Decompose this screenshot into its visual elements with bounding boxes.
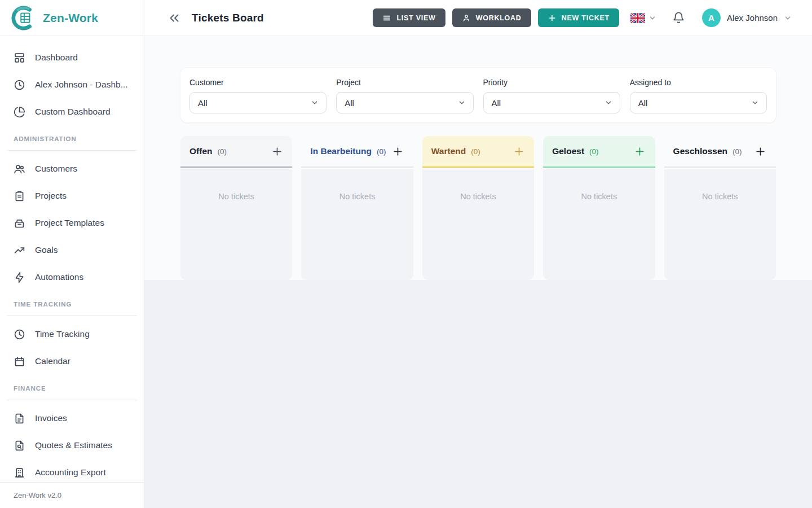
sidebar-item-calendar[interactable]: Calendar [7,348,137,375]
zap-icon [14,271,25,283]
sidebar-item-label: Alex Johnson - Dashb... [35,80,128,90]
sidebar: Zen-Work Dashboard Alex Johnson - Dashb.… [0,0,144,508]
column-body: No tickets [543,169,655,280]
sidebar-item-time-tracking[interactable]: Time Tracking [7,321,137,348]
workload-button[interactable]: WORKLOAD [452,8,531,27]
sidebar-item-goals[interactable]: Goals [7,237,137,264]
empty-state-text: No tickets [301,169,413,201]
chevron-down-icon [784,14,792,22]
sidebar-item-automations[interactable]: Automations [7,264,137,291]
list-view-label: LIST VIEW [396,14,435,22]
filter-bar: Customer All Project All Priority [180,68,776,122]
clipboard-icon [14,190,25,202]
sidebar-item-label: Automations [35,272,83,282]
main-area: Tickets Board LIST VIEW WORKLOAD NEW TIC… [144,0,812,508]
filter-priority: Priority All [483,78,620,113]
new-ticket-label: NEW TICKET [562,14,610,22]
person-icon [462,14,471,23]
sidebar-item-dashboard[interactable]: Dashboard [7,44,137,71]
column-title: Geloest [552,146,584,156]
uk-flag-icon [630,13,645,23]
chevron-down-icon [648,14,656,22]
user-name: Alex Johnson [727,13,778,23]
sidebar-item-label: Projects [35,191,67,201]
column-header: Geschlossen (0) [664,136,776,168]
filter-assigned-to: Assigned to All [630,78,767,113]
sidebar-collapse-button[interactable] [167,11,182,25]
sidebar-item-customers[interactable]: Customers [7,155,137,182]
avatar: A [702,8,721,27]
user-menu[interactable]: A Alex Johnson [702,8,792,27]
filter-label: Assigned to [630,78,767,87]
project-select-value: All [345,98,354,108]
add-ticket-button[interactable] [392,145,404,157]
app-title: Zen-Work [43,11,98,25]
filter-label: Priority [483,78,620,87]
add-ticket-button[interactable] [271,145,283,157]
clock-icon [14,329,25,340]
topbar: Tickets Board LIST VIEW WORKLOAD NEW TIC… [144,0,812,36]
column-body: No tickets [664,169,776,280]
logo[interactable]: Zen-Work [0,0,144,36]
assigned-to-select[interactable]: All [630,92,767,113]
priority-select-value: All [492,98,501,108]
sidebar-item-label: Time Tracking [35,329,90,339]
sidebar-item-alex-dashboard[interactable]: Alex Johnson - Dashb... [7,71,137,98]
empty-state-text: No tickets [422,169,534,201]
plus-icon [272,146,283,157]
topbar-actions: LIST VIEW WORKLOAD NEW TICKET [373,8,619,27]
list-view-button[interactable]: LIST VIEW [373,8,445,27]
sidebar-item-label: Goals [35,245,58,255]
sidebar-item-project-templates[interactable]: Project Templates [7,209,137,237]
notifications-bell-icon[interactable] [672,11,685,24]
filter-label: Project [336,78,473,87]
sidebar-item-label: Project Templates [35,218,104,228]
column-title: Wartend [431,146,466,156]
column-offen: Offen (0) No tickets [180,136,292,280]
plus-icon [392,146,403,157]
project-select[interactable]: All [336,92,473,113]
dashboard-icon [14,52,25,64]
add-ticket-button[interactable] [634,145,646,157]
assigned-to-select-value: All [638,98,648,108]
chevron-down-icon [311,99,319,107]
column-geloest: Geloest (0) No tickets [543,136,655,280]
column-body: No tickets [422,169,534,280]
column-count: (0) [217,147,227,156]
column-count: (0) [471,147,480,156]
customer-select[interactable]: All [189,92,326,113]
customer-select-value: All [198,98,208,108]
sidebar-item-projects[interactable]: Projects [7,182,137,209]
plus-icon [755,146,766,157]
column-count: (0) [732,147,742,156]
new-ticket-button[interactable]: NEW TICKET [538,8,619,27]
column-header: Offen (0) [180,136,292,168]
add-ticket-button[interactable] [754,145,767,157]
users-icon [14,163,25,175]
column-count: (0) [377,147,386,156]
priority-select[interactable]: All [483,92,620,113]
board-surface: Customer All Project All Priority [144,36,812,280]
empty-state-text: No tickets [180,169,292,201]
empty-state-text: No tickets [543,169,655,201]
sidebar-section-administration: ADMINISTRATION [7,131,137,151]
column-geschlossen: Geschlossen (0) No tickets [664,136,776,280]
add-ticket-button[interactable] [513,145,525,157]
trending-up-icon [14,244,25,256]
sidebar-nav: Dashboard Alex Johnson - Dashb... Custom… [0,36,144,482]
column-header: In Bearbeitung (0) [301,136,413,168]
app-window: Zen-Work Dashboard Alex Johnson - Dashb.… [0,0,812,508]
language-selector[interactable] [630,13,656,23]
empty-state-text: No tickets [664,169,776,201]
sidebar-item-label: Calendar [35,356,70,366]
kanban-board: Offen (0) No tickets In Bearbeitung (0) [180,136,776,280]
sidebar-item-custom-dashboard[interactable]: Custom Dashboard [7,98,137,125]
building-icon [14,467,25,479]
sidebar-item-accounting-export[interactable]: Accounting Export [7,459,137,482]
filter-customer: Customer All [189,78,326,113]
column-wartend: Wartend (0) No tickets [422,136,534,280]
sidebar-section-time-tracking: TIME TRACKING [7,296,137,316]
sidebar-item-quotes-estimates[interactable]: Quotes & Estimates [7,432,137,459]
archive-icon [14,217,25,229]
sidebar-item-invoices[interactable]: Invoices [7,405,137,432]
